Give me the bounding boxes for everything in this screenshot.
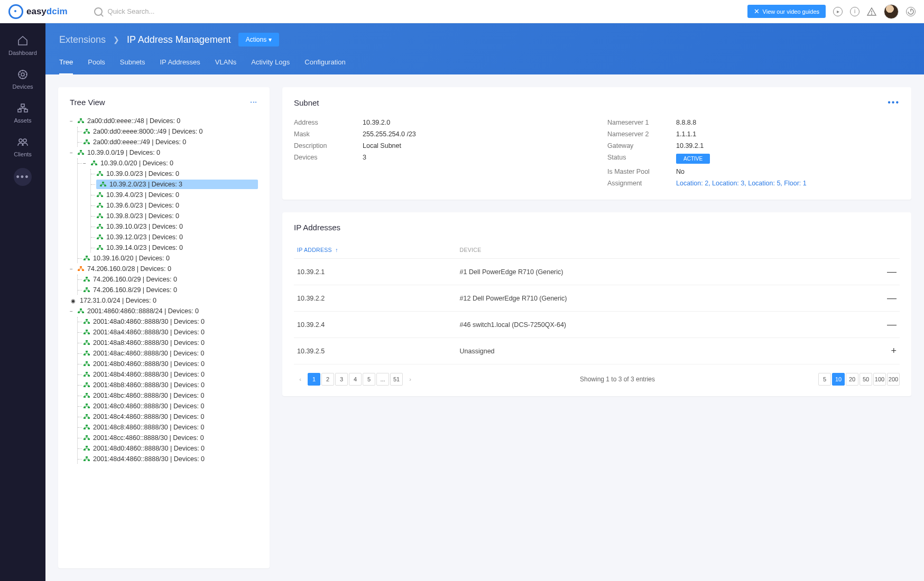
page-button[interactable]: 51 [390,373,403,386]
prev-page[interactable]: ‹ [294,373,307,386]
tree-node[interactable]: 2001:48a8:4860::8888/30 | Devices: 0 [83,338,258,348]
tree-node[interactable]: 2001:48b8:4860::8888/30 | Devices: 0 [83,380,258,390]
page-size-button[interactable]: 100 [873,373,886,386]
tree-node[interactable]: ◉172.31.0.0/24 | Devices: 0 [70,296,258,305]
plus-icon[interactable]: + [845,338,900,364]
nav-devices[interactable]: Devices [0,63,45,95]
column-header[interactable]: DEVICE [457,241,846,259]
power-icon[interactable] [906,7,916,16]
info-icon[interactable]: i [850,7,860,16]
tree-node[interactable]: 10.39.8.0/23 | Devices: 0 [96,211,258,221]
page-size-button[interactable]: 200 [887,373,900,386]
column-header[interactable]: IP ADDRESS ↑ [294,241,457,259]
ip-cell: 10.39.2.5 [294,338,457,364]
tab-vlans[interactable]: VLANs [215,58,236,74]
svg-rect-52 [88,259,90,260]
tree-node[interactable]: 2001:48c0:4860::8888/30 | Devices: 0 [83,401,258,411]
tree-toggle-icon[interactable]: − [83,161,87,166]
tree-node[interactable]: −2a00:dd0:eeee::/48 | Devices: 0 [70,116,258,126]
tree-node[interactable]: 10.39.14.0/23 | Devices: 0 [96,243,258,252]
page-button[interactable]: ... [376,373,389,386]
tree-toggle-icon[interactable]: − [70,118,74,124]
page-button[interactable]: 3 [335,373,348,386]
tree-node[interactable]: 10.39.16.0/20 | Devices: 0 [83,254,258,263]
tree-node[interactable]: 10.39.6.0/23 | Devices: 0 [96,201,258,210]
table-row[interactable]: 10.39.2.2#12 Dell PowerEdge R710 (Generi… [294,285,900,312]
tree-node[interactable]: 10.39.12.0/23 | Devices: 0 [96,232,258,242]
warning-icon[interactable] [867,7,876,16]
page-size-button[interactable]: 10 [832,373,845,386]
avatar[interactable] [884,4,899,19]
svg-rect-65 [86,319,88,321]
tab-pools[interactable]: Pools [88,58,105,74]
tree-node[interactable]: −74.206.160.0/28 | Devices: 0 [70,264,258,274]
tree-node[interactable]: 74.206.160.8/29 | Devices: 0 [83,285,258,295]
tree-node[interactable]: −10.39.0.0/19 | Devices: 0 [70,148,258,157]
logo[interactable]: easydcim [8,4,68,19]
tree-node[interactable]: 2001:48ac:4860::8888/30 | Devices: 0 [83,349,258,358]
tree-node[interactable]: 2001:48cc:4860::8888/30 | Devices: 0 [83,433,258,443]
search-bar[interactable]: Quick Search... [94,7,155,16]
svg-rect-93 [84,417,86,419]
more-button[interactable]: ••• [14,168,32,186]
tree-node[interactable]: 2001:48d0:4860::8888/30 | Devices: 0 [83,444,258,453]
page-size-button[interactable]: 50 [860,373,872,386]
tree-node[interactable]: 2001:48d4:4860::8888/30 | Devices: 0 [83,454,258,464]
breadcrumb-parent[interactable]: Extensions [59,34,106,45]
page-size-button[interactable]: 5 [818,373,831,386]
tree-node[interactable]: 2001:48a4:4860::8888/30 | Devices: 0 [83,327,258,337]
actions-button[interactable]: Actions ▾ [238,33,279,46]
detail-value[interactable]: Location: 2, Location: 3, Location: 5, F… [676,180,900,187]
tab-configuration[interactable]: Configuration [304,58,345,74]
tree-node[interactable]: 2001:48a0:4860::8888/30 | Devices: 0 [83,317,258,326]
minus-icon[interactable]: — [845,285,900,312]
table-row[interactable]: 10.39.2.5Unassigned+ [294,338,900,364]
svg-point-4 [19,70,27,79]
page-button[interactable]: 5 [363,373,375,386]
next-page[interactable]: › [404,373,417,386]
ip-addresses-card: IP Addresses IP ADDRESS ↑DEVICE 10.39.2.… [282,212,911,396]
svg-rect-53 [80,266,82,268]
tab-activity-logs[interactable]: Activity Logs [251,58,290,74]
tree-node[interactable]: 10.39.4.0/23 | Devices: 0 [96,190,258,200]
tree-toggle-icon[interactable]: − [70,308,74,314]
tree-node[interactable]: 2001:48b4:4860::8888/30 | Devices: 0 [83,370,258,379]
tree-node[interactable]: 10.39.10.0/23 | Devices: 0 [96,222,258,231]
tree-toggle-icon[interactable]: − [70,150,74,156]
tree-node[interactable]: −10.39.0.0/20 | Devices: 0 [83,158,258,168]
page-button[interactable]: 2 [321,373,334,386]
subnet-title: Subnet [294,98,319,107]
svg-rect-31 [104,185,106,186]
tree-node[interactable]: −2001:4860:4860::8888/24 | Devices: 0 [70,306,258,316]
svg-rect-40 [101,217,103,218]
table-row[interactable]: 10.39.2.4#46 switch1.local (DCS-7250QX-6… [294,312,900,338]
tree-node[interactable]: 2001:48c4:4860::8888/30 | Devices: 0 [83,412,258,421]
sitemap-icon [77,150,84,156]
tree-node[interactable]: 2a00:dd0:eeee:8000::/49 | Devices: 0 [83,127,258,136]
minus-icon[interactable]: — [845,312,900,338]
minus-icon[interactable]: — [845,259,900,285]
nav-dashboard[interactable]: Dashboard [0,30,45,61]
play-icon[interactable]: ▸ [833,7,843,16]
nav-clients[interactable]: Clients [0,131,45,163]
page-button[interactable]: 4 [349,373,362,386]
tab-subnets[interactable]: Subnets [120,58,145,74]
page-button[interactable]: 1 [308,373,320,386]
tree-node[interactable]: 10.39.0.0/23 | Devices: 0 [96,169,258,179]
tree-node[interactable]: 2a00:dd0:eeee::/49 | Devices: 0 [83,137,258,147]
tree-node[interactable]: 74.206.160.0/29 | Devices: 0 [83,275,258,284]
page-size-button[interactable]: 20 [846,373,858,386]
nav-assets[interactable]: Assets [0,97,45,129]
tree-node[interactable]: 2001:48c8:4860::8888/30 | Devices: 0 [83,423,258,432]
tree-toggle-icon[interactable]: − [70,266,74,272]
menu-dots-icon[interactable]: ⋮ [250,99,258,106]
tree-node[interactable]: 2001:48bc:4860::8888/30 | Devices: 0 [83,391,258,400]
tree-node[interactable]: 10.39.2.0/23 | Devices: 3 [96,180,258,189]
tab-tree[interactable]: Tree [59,58,73,74]
video-guides-button[interactable]: ✕ View our video guides [747,5,826,18]
svg-rect-7 [18,109,21,112]
table-row[interactable]: 10.39.2.1#1 Dell PowerEdge R710 (Generic… [294,259,900,285]
menu-dots-icon[interactable]: ••• [888,98,900,107]
tab-ip-addresses[interactable]: IP Addresses [160,58,200,74]
tree-node[interactable]: 2001:48b0:4860::8888/30 | Devices: 0 [83,359,258,369]
